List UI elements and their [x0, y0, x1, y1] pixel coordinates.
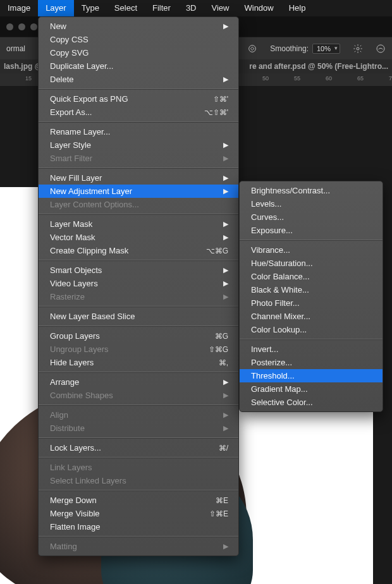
adjustment-item-exposure[interactable]: Exposure... — [240, 224, 383, 237]
adjustment-item-selective-color[interactable]: Selective Color... — [240, 396, 383, 409]
menu-item-label: Duplicate Layer... — [50, 61, 228, 71]
layer-menu-item-flatten-image[interactable]: Flatten Image — [39, 520, 238, 533]
menu-item-label: Selective Color... — [251, 398, 372, 407]
submenu-arrow-icon: ▶ — [222, 266, 228, 274]
layer-menu-item-duplicate-layer[interactable]: Duplicate Layer... — [39, 59, 238, 73]
adjustment-item-curves[interactable]: Curves... — [240, 210, 383, 224]
menu-item-label: Brightness/Contrast... — [251, 186, 372, 195]
layer-menu-item-delete[interactable]: Delete▶ — [39, 73, 238, 86]
menu-item-label: Threshold... — [251, 371, 372, 380]
menu-3d[interactable]: 3D — [178, 0, 204, 16]
new-adjustment-layer-submenu[interactable]: Brightness/Contrast...Levels...Curves...… — [239, 181, 383, 412]
layer-menu-item-copy-svg[interactable]: Copy SVG — [39, 46, 238, 59]
menu-shortcut: ⌘G — [200, 332, 228, 341]
menu-item-label: Smart Objects — [50, 265, 222, 275]
adjustment-item-threshold[interactable]: Threshold... — [240, 369, 383, 382]
menu-item-label: Lock Layers... — [50, 443, 204, 453]
adjustment-item-levels[interactable]: Levels... — [240, 197, 383, 210]
layer-menu[interactable]: New▶Copy CSSCopy SVGDuplicate Layer...De… — [38, 16, 239, 556]
menu-separator — [39, 214, 238, 215]
layer-menu-item-create-clipping-mask[interactable]: Create Clipping Mask⌥⌘G — [39, 244, 238, 257]
menu-item-label: Smart Filter — [50, 154, 222, 163]
layer-menu-item-new-adjustment-layer[interactable]: New Adjustment Layer▶ — [39, 185, 238, 198]
menu-select[interactable]: Select — [107, 0, 145, 16]
menu-item-label: Invert... — [251, 344, 372, 354]
menu-item-label: Group Layers — [50, 331, 200, 341]
document-tab[interactable]: lash.jpg @ — [4, 62, 42, 71]
adjustment-item-brightness-contrast[interactable]: Brightness/Contrast... — [240, 184, 383, 197]
menu-layer[interactable]: Layer — [38, 0, 74, 16]
ruler-tick: 15 — [25, 75, 32, 82]
menu-shortcut: ⇧⌘E — [194, 509, 228, 518]
menu-shortcut: ⌘/ — [204, 444, 228, 453]
menu-separator — [39, 536, 238, 537]
adjustment-item-hue-saturation[interactable]: Hue/Saturation... — [240, 257, 383, 270]
layer-menu-item-rename-layer[interactable]: Rename Layer... — [39, 125, 238, 138]
svg-point-0 — [249, 46, 256, 52]
menu-item-label: Channel Mixer... — [251, 312, 372, 321]
adjustment-item-posterize[interactable]: Posterize... — [240, 356, 383, 369]
layer-menu-item-layer-mask[interactable]: Layer Mask▶ — [39, 217, 238, 231]
layer-menu-item-new-layer-based-slice[interactable]: New Layer Based Slice — [39, 310, 238, 323]
menu-item-label: Layer Mask — [50, 219, 222, 229]
submenu-arrow-icon: ▶ — [222, 187, 228, 195]
adjustment-item-vibrance[interactable]: Vibrance... — [240, 243, 383, 257]
adjustment-item-black-white[interactable]: Black & White... — [240, 283, 383, 296]
menu-shortcut: ⇧⌘G — [193, 345, 228, 354]
layer-menu-item-arrange[interactable]: Arrange▶ — [39, 375, 238, 389]
layer-menu-item-vector-mask[interactable]: Vector Mask▶ — [39, 231, 238, 244]
document-tab[interactable]: re and after.psd @ 50% (Free-Lightro... — [249, 62, 388, 71]
menu-separator — [39, 372, 238, 373]
layer-menu-item-video-layers[interactable]: Video Layers▶ — [39, 277, 238, 290]
menu-window[interactable]: Window — [236, 0, 281, 16]
menu-filter[interactable]: Filter — [145, 0, 178, 16]
adjustment-item-invert[interactable]: Invert... — [240, 343, 383, 356]
close-icon[interactable] — [6, 23, 13, 30]
layer-menu-item-layer-content-options: Layer Content Options... — [39, 198, 238, 211]
layer-menu-item-smart-objects[interactable]: Smart Objects▶ — [39, 264, 238, 277]
layer-menu-item-merge-down[interactable]: Merge Down⌘E — [39, 494, 238, 507]
menu-item-label: Link Layers — [50, 463, 228, 472]
layer-menu-item-new-fill-layer[interactable]: New Fill Layer▶ — [39, 171, 238, 185]
adjustment-item-channel-mixer[interactable]: Channel Mixer... — [240, 310, 383, 323]
menu-view[interactable]: View — [204, 0, 237, 16]
menu-item-label: Quick Export as PNG — [50, 94, 198, 104]
adjustment-item-gradient-map[interactable]: Gradient Map... — [240, 382, 383, 396]
menu-image[interactable]: Image — [0, 0, 38, 16]
menu-item-label: Delete — [50, 75, 222, 84]
ruler-tick: 55 — [294, 75, 300, 82]
layer-menu-item-new[interactable]: New▶ — [39, 20, 238, 33]
menu-separator — [39, 306, 238, 307]
menu-item-label: New Layer Based Slice — [50, 312, 228, 321]
layer-menu-item-copy-css[interactable]: Copy CSS — [39, 33, 238, 46]
adjustment-item-photo-filter[interactable]: Photo Filter... — [240, 296, 383, 310]
layer-menu-item-ungroup-layers: Ungroup Layers⇧⌘G — [39, 343, 238, 356]
layer-menu-item-group-layers[interactable]: Group Layers⌘G — [39, 329, 238, 343]
menu-type[interactable]: Type — [74, 0, 107, 16]
layer-menu-item-merge-visible[interactable]: Merge Visible⇧⌘E — [39, 507, 238, 520]
menu-item-label: Rasterize — [50, 292, 222, 301]
layer-menu-item-quick-export-as-png[interactable]: Quick Export as PNG⇧⌘' — [39, 92, 238, 106]
zoom-icon[interactable] — [30, 23, 37, 30]
smoothing-label: Smoothing: — [270, 44, 309, 53]
adjustment-item-color-balance[interactable]: Color Balance... — [240, 270, 383, 283]
ruler-tick: 65 — [357, 75, 364, 82]
smoothing-value-dropdown[interactable]: 10% — [312, 44, 340, 54]
gear-icon[interactable] — [346, 44, 369, 54]
menu-item-label: Hue/Saturation... — [251, 259, 372, 268]
menu-help[interactable]: Help — [281, 0, 314, 16]
smoothing-control[interactable]: Smoothing: 10% — [264, 44, 346, 54]
pressure-size-icon[interactable] — [369, 44, 392, 54]
layer-menu-item-lock-layers[interactable]: Lock Layers...⌘/ — [39, 441, 238, 454]
menu-item-label: Color Lookup... — [251, 325, 372, 334]
submenu-arrow-icon: ▶ — [222, 378, 228, 386]
menu-item-label: Layer Style — [50, 140, 222, 150]
layer-menu-item-smart-filter: Smart Filter▶ — [39, 152, 238, 165]
minimize-icon[interactable] — [18, 23, 25, 30]
window-traffic-lights[interactable] — [6, 23, 37, 30]
pressure-opacity-icon[interactable] — [241, 44, 264, 54]
layer-menu-item-hide-layers[interactable]: Hide Layers⌘, — [39, 356, 238, 369]
layer-menu-item-layer-style[interactable]: Layer Style▶ — [39, 138, 238, 152]
layer-menu-item-export-as[interactable]: Export As...⌥⇧⌘' — [39, 106, 238, 119]
adjustment-item-color-lookup[interactable]: Color Lookup... — [240, 323, 383, 336]
